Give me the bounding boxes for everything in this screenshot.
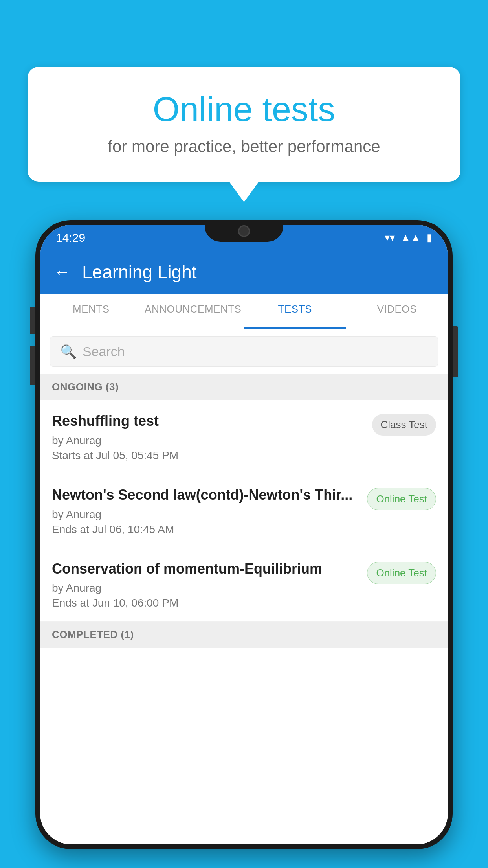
app-bar: ← Learning Light — [40, 250, 448, 294]
tab-videos[interactable]: VIDEOS — [346, 294, 448, 329]
test-info: Conservation of momentum-Equilibrium by … — [52, 560, 359, 610]
status-icons: ▾▾ ▲▲ ▮ — [385, 232, 432, 244]
tests-list: Reshuffling test by Anurag Starts at Jul… — [40, 400, 448, 844]
tab-tests[interactable]: TESTS — [244, 294, 346, 329]
test-author: by Anurag — [52, 434, 364, 447]
app-bar-title: Learning Light — [82, 261, 197, 283]
status-time: 14:29 — [56, 231, 85, 245]
power-button — [453, 326, 458, 377]
test-item[interactable]: Reshuffling test by Anurag Starts at Jul… — [40, 400, 448, 474]
test-info: Reshuffling test by Anurag Starts at Jul… — [52, 412, 364, 462]
test-info: Newton's Second law(contd)-Newton's Thir… — [52, 486, 359, 536]
test-name: Conservation of momentum-Equilibrium — [52, 560, 359, 578]
test-name: Newton's Second law(contd)-Newton's Thir… — [52, 486, 359, 504]
speech-bubble: Online tests for more practice, better p… — [28, 67, 460, 182]
signal-icon: ▲▲ — [401, 232, 421, 244]
search-container: 🔍 Search — [40, 329, 448, 374]
test-time: Starts at Jul 05, 05:45 PM — [52, 449, 364, 462]
tab-bar: MENTS ANNOUNCEMENTS TESTS VIDEOS — [40, 294, 448, 329]
test-author: by Anurag — [52, 582, 359, 594]
wifi-icon: ▾▾ — [385, 232, 395, 244]
test-item[interactable]: Newton's Second law(contd)-Newton's Thir… — [40, 474, 448, 548]
test-item[interactable]: Conservation of momentum-Equilibrium by … — [40, 548, 448, 622]
test-author: by Anurag — [52, 508, 359, 521]
volume-up-button — [30, 307, 35, 334]
completed-section-header: COMPLETED (1) — [40, 622, 448, 648]
tab-announcements[interactable]: ANNOUNCEMENTS — [142, 294, 244, 329]
battery-icon: ▮ — [427, 232, 432, 244]
search-icon: 🔍 — [60, 344, 77, 359]
test-badge-class: Class Test — [372, 414, 436, 436]
volume-down-button — [30, 346, 35, 385]
search-input[interactable]: Search — [83, 344, 125, 359]
test-name: Reshuffling test — [52, 412, 364, 430]
front-camera — [238, 225, 250, 237]
phone-screen: 14:29 ▾▾ ▲▲ ▮ ← Learning Light MENTS ANN… — [40, 225, 448, 844]
test-time: Ends at Jun 10, 06:00 PM — [52, 597, 359, 609]
speech-bubble-subtitle: for more practice, better performance — [47, 137, 441, 156]
speech-bubble-title: Online tests — [47, 90, 441, 129]
back-button[interactable]: ← — [54, 263, 70, 281]
test-badge-online: Online Test — [367, 488, 436, 510]
phone-notch — [205, 220, 283, 242]
test-badge-online: Online Test — [367, 562, 436, 584]
tab-assignments[interactable]: MENTS — [40, 294, 142, 329]
search-input-wrapper[interactable]: 🔍 Search — [50, 336, 438, 367]
ongoing-section-header: ONGOING (3) — [40, 374, 448, 400]
phone-container: 14:29 ▾▾ ▲▲ ▮ ← Learning Light MENTS ANN… — [35, 220, 453, 868]
test-time: Ends at Jul 06, 10:45 AM — [52, 523, 359, 536]
phone-frame: 14:29 ▾▾ ▲▲ ▮ ← Learning Light MENTS ANN… — [35, 220, 453, 849]
